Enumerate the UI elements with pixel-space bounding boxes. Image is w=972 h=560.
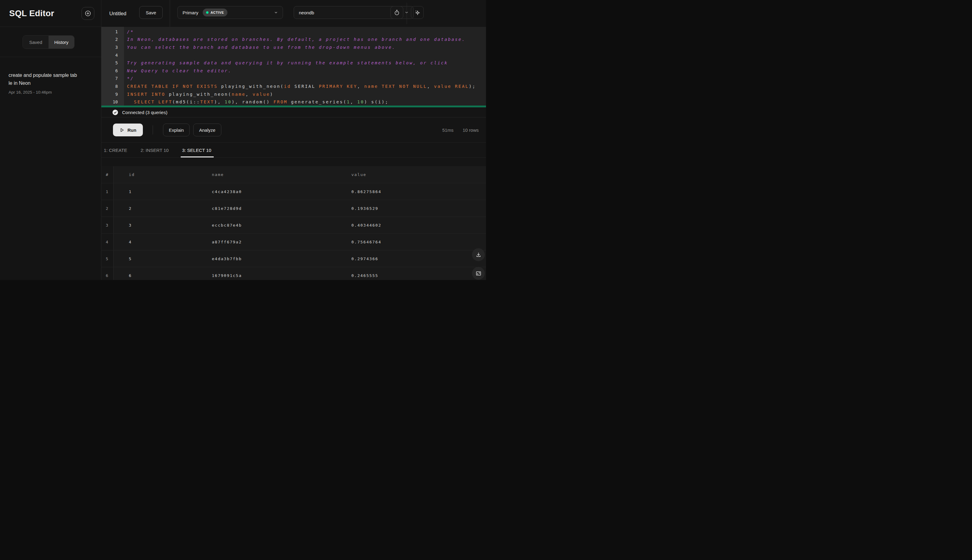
cell-index: 2	[101, 200, 114, 217]
circled-plus-icon	[85, 10, 91, 17]
connection-status-row: Connected (3 queries)	[101, 107, 486, 117]
cell-value: 0.86275864	[351, 183, 486, 200]
cell-id: 4	[114, 233, 212, 250]
column-header-name: name	[212, 166, 351, 183]
result-tabs: 1: CREATE2: INSERT 103: SELECT 10	[101, 143, 486, 158]
ai-assist-button[interactable]	[411, 6, 424, 19]
code-line: 5Try generating sample data and querying…	[101, 59, 486, 67]
table-row: 33eccbc87e4b0.40344602	[101, 217, 486, 233]
code-token: name TEXT NOT NULL	[364, 84, 427, 89]
sidebar-tabs-section: Saved History	[0, 27, 101, 57]
code-token: 1	[347, 100, 350, 104]
explain-button[interactable]: Explain	[163, 123, 189, 136]
branch-status-badge: ACTIVE	[203, 8, 228, 17]
tab-history[interactable]: History	[49, 36, 74, 48]
query-history-timer-button[interactable]	[390, 6, 403, 19]
download-icon	[475, 252, 482, 258]
result-tab[interactable]: 1: CREATE	[103, 143, 127, 157]
cell-id: 6	[114, 267, 212, 280]
code-token: playing_with_neon(	[166, 92, 232, 97]
history-list: create and populate sample table in Neon…	[0, 57, 101, 95]
save-button[interactable]: Save	[139, 6, 163, 19]
cell-id: 5	[114, 250, 212, 267]
code-token: );	[469, 84, 476, 89]
code-line-content: Try generating sample data and querying …	[124, 60, 448, 65]
topbar-divider	[407, 3, 407, 24]
main-panel: Untitled Save Primary ACTIVE neondb	[101, 0, 486, 280]
active-status-dot	[206, 11, 209, 14]
code-lines: 1/*2In Neon, databases are stored on bra…	[101, 27, 486, 105]
line-number: 10	[101, 100, 124, 104]
download-results-button[interactable]	[472, 248, 485, 261]
branch-selector[interactable]: Primary ACTIVE	[177, 6, 283, 19]
code-line: 9INSERT INTO playing_with_neon(name, val…	[101, 90, 486, 98]
code-token: ,	[427, 84, 434, 89]
line-number: 7	[101, 76, 124, 81]
code-line: 6New Query to clear the editor.	[101, 67, 486, 75]
cell-name: eccbc87e4b	[212, 217, 351, 233]
run-label: Run	[127, 127, 136, 133]
cell-value: 0.2465555	[351, 267, 486, 280]
code-token: TEXT	[200, 100, 214, 104]
sql-code-editor[interactable]: 1/*2In Neon, databases are stored on bra…	[101, 27, 486, 105]
code-token: In Neon, databases are stored on branche…	[127, 37, 465, 42]
code-token: name	[232, 92, 246, 97]
column-header-id: id	[114, 166, 212, 183]
code-line: 4	[101, 51, 486, 59]
run-button[interactable]: Run	[113, 123, 143, 136]
code-line-content: /*	[124, 29, 134, 34]
cell-index: 4	[101, 233, 114, 250]
table-row: 55e4da3b7fbb0.2974366	[101, 250, 486, 267]
code-token: ,	[357, 84, 364, 89]
code-line: 1/*	[101, 28, 486, 36]
cell-name: a87ff679a2	[212, 233, 351, 250]
code-line: 10 SELECT LEFT(md5(i::TEXT), 10), random…	[101, 98, 486, 105]
code-token: ,	[350, 100, 358, 104]
result-tab[interactable]: 2: INSERT 10	[140, 143, 169, 157]
code-token: SELECT LEFT	[134, 100, 172, 104]
new-query-button[interactable]	[82, 7, 94, 20]
code-line: 7*/	[101, 75, 486, 83]
tab-saved[interactable]: Saved	[23, 36, 49, 48]
code-line-content: CREATE TABLE IF NOT EXISTS playing_with_…	[124, 84, 476, 89]
line-number: 4	[101, 53, 124, 58]
code-token: ), random()	[232, 100, 274, 104]
table-row: 44a87ff679a20.75646764	[101, 233, 486, 250]
code-token: FROM	[274, 100, 288, 104]
result-tab[interactable]: 3: SELECT 10	[181, 143, 212, 157]
expand-results-button[interactable]	[472, 267, 485, 280]
page-title: SQL Editor	[9, 8, 54, 18]
cell-value: 0.1936529	[351, 200, 486, 217]
code-token: CREATE TABLE IF NOT EXISTS	[127, 84, 217, 89]
code-token	[127, 100, 134, 104]
saved-history-toggle: Saved History	[23, 35, 74, 49]
code-token: 10	[357, 100, 364, 104]
table-row: 11c4ca4238a00.86275864	[101, 183, 486, 200]
results-panel: # id name value 11c4ca4238a00.8627586422…	[101, 158, 486, 280]
code-line: 8CREATE TABLE IF NOT EXISTS playing_with…	[101, 82, 486, 90]
fullscreen-icon	[475, 270, 482, 277]
code-token: (md5(i::	[172, 100, 200, 104]
query-toolbar: Run Explain Analyze 51ms 10 rows	[101, 117, 486, 143]
branch-status-label: ACTIVE	[211, 11, 224, 14]
analyze-button[interactable]: Analyze	[193, 123, 221, 136]
stopwatch-icon	[393, 9, 400, 16]
query-duration: 51ms	[442, 127, 453, 133]
cell-index: 3	[101, 217, 114, 233]
line-number: 9	[101, 92, 124, 97]
history-item-title: create and populate sample table in Neon	[8, 72, 77, 87]
code-token: value REAL	[434, 84, 469, 89]
sql-editor-app: SQL Editor Saved History create and popu…	[0, 0, 486, 280]
sparkle-icon	[414, 9, 421, 16]
cell-name: c81e728d9d	[212, 200, 351, 217]
history-item[interactable]: create and populate sample table in Neon…	[0, 57, 101, 95]
line-number: 6	[101, 68, 124, 73]
code-token: 10	[225, 100, 232, 104]
chevron-down-icon	[274, 10, 278, 15]
cell-index: 6	[101, 267, 114, 280]
code-token: New Query to clear the editor.	[127, 68, 232, 73]
query-title: Untitled	[109, 0, 126, 27]
line-number: 1	[101, 29, 124, 34]
database-name: neondb	[299, 10, 314, 15]
line-number: 3	[101, 45, 124, 50]
